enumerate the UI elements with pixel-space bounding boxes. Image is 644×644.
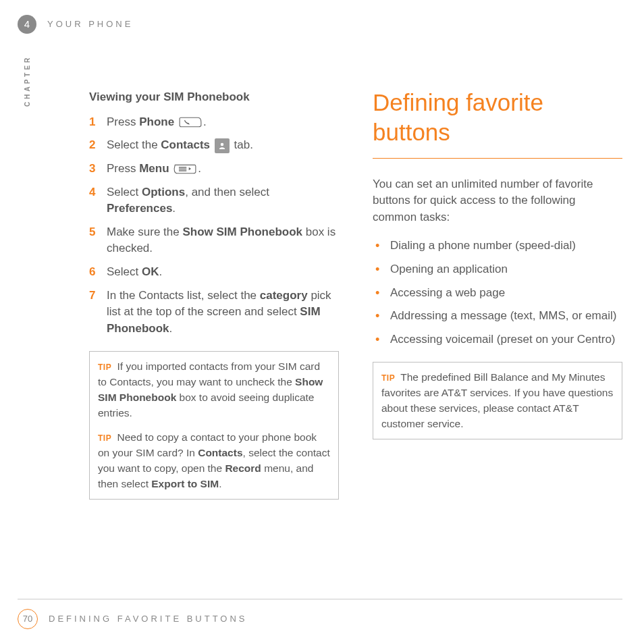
page-footer: 70 DEFINING FAVORITE BUTTONS [18, 599, 622, 629]
list-item: Addressing a message (text, MMS, or emai… [375, 308, 622, 325]
bold: Export to SIM [151, 478, 219, 489]
text: If you imported contacts from your SIM c… [98, 360, 320, 387]
section-title: Defining favorite buttons [373, 88, 622, 159]
bold: category [260, 289, 308, 302]
bold: Contacts [161, 138, 210, 151]
svg-rect-1 [179, 167, 186, 168]
left-column: Viewing your SIM Phonebook Press Phone .… [89, 89, 339, 500]
step-5: Make sure the Show SIM Phonebook box is … [89, 224, 339, 257]
steps-list: Press Phone . Select the Contacts tab. P… [89, 114, 339, 338]
contacts-icon [215, 138, 230, 153]
text: . [172, 202, 176, 215]
bold: Menu [139, 162, 169, 175]
bold: Record [225, 462, 261, 474]
chapter-vertical-label: CHAPTER [23, 55, 33, 107]
bold: Contacts [198, 447, 242, 458]
tip-box-right: TIP The predefined Bill Balance and My M… [373, 362, 622, 439]
text: . [169, 322, 173, 335]
tip-2: TIP Need to copy a contact to your phone… [98, 429, 330, 492]
content-columns: Viewing your SIM Phonebook Press Phone .… [89, 89, 622, 500]
list-item: Accessing voicemail (preset on your Cent… [375, 331, 622, 348]
svg-point-0 [221, 142, 223, 145]
page-number-badge: 70 [18, 609, 38, 629]
bold: OK [142, 265, 159, 278]
text: . [159, 265, 162, 278]
tip-label: TIP [98, 363, 111, 372]
text: In the Contacts list, select the [107, 289, 260, 302]
step-1: Press Phone . [89, 114, 339, 131]
page-header: 4 YOUR PHONE [18, 15, 133, 34]
bold: Phone [139, 115, 174, 128]
list-item: Opening an application [375, 261, 622, 278]
left-heading: Viewing your SIM Phonebook [89, 89, 339, 106]
tip-1: TIP If you imported contacts from your S… [98, 358, 330, 421]
text: Make sure the [107, 225, 182, 238]
step-7: In the Contacts list, select the categor… [89, 288, 339, 338]
text: Press [107, 162, 139, 175]
bold: Options [142, 186, 185, 198]
chapter-number-badge: 4 [18, 15, 36, 34]
list-item: Dialing a phone number (speed-dial) [375, 238, 622, 254]
tip-3: TIP The predefined Bill Balance and My M… [381, 369, 614, 432]
intro-paragraph: You can set an unlimited number of favor… [373, 176, 622, 226]
text: . [219, 478, 221, 489]
text: Select [107, 265, 142, 278]
tip-box-left: TIP If you imported contacts from your S… [89, 351, 339, 500]
svg-rect-3 [179, 171, 186, 171]
bullet-list: Dialing a phone number (speed-dial) Open… [373, 238, 622, 348]
text: tab. [234, 138, 253, 151]
step-3: Press Menu . [89, 161, 339, 178]
list-item: Accessing a web page [375, 285, 622, 302]
text: . [198, 162, 201, 175]
footer-title: DEFINING FAVORITE BUTTONS [49, 613, 248, 626]
step-6: Select OK. [89, 264, 339, 281]
svg-rect-2 [179, 169, 186, 169]
tip-label: TIP [98, 433, 111, 443]
step-2: Select the Contacts tab. [89, 137, 339, 154]
text: Select the [107, 138, 161, 151]
text: , and then select [185, 186, 269, 198]
text: The predefined Bill Balance and My Minut… [381, 371, 613, 430]
phone-key-icon [179, 116, 202, 128]
bold: Preferences [107, 202, 172, 215]
step-4: Select Options, and then select Preferen… [89, 184, 339, 217]
menu-key-icon [173, 163, 196, 175]
text: . [203, 115, 207, 128]
header-title: YOUR PHONE [47, 18, 133, 31]
tip-label: TIP [381, 373, 395, 383]
text: Press [107, 115, 139, 128]
right-column: Defining favorite buttons You can set an… [373, 89, 622, 500]
text: Select [107, 186, 142, 198]
bold: Show SIM Phonebook [182, 225, 302, 238]
